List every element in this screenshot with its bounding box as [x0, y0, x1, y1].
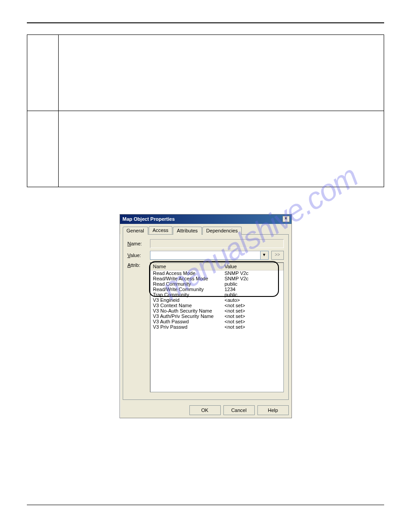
tab-panel-access: Name: Value: ▼ >> Attrib: Name Value — [123, 234, 289, 400]
divider-bottom — [27, 505, 384, 505]
dialog-button-row: OK Cancel Help — [120, 403, 291, 418]
divider-top — [27, 22, 384, 23]
col-name[interactable]: Name — [150, 263, 222, 270]
chevron-down-icon[interactable]: ▼ — [261, 251, 269, 260]
list-item[interactable]: Read/Write Access ModeSNMP V2c — [150, 276, 283, 281]
value-input[interactable] — [150, 251, 261, 260]
go-button[interactable]: >> — [271, 251, 284, 260]
dialog-title: Map Object Properties — [123, 216, 175, 222]
help-button[interactable]: Help — [257, 405, 289, 415]
td-action — [59, 111, 384, 187]
tab-bar: General Access Attributes Dependencies — [120, 224, 291, 234]
list-item[interactable]: Read Access ModeSNMP V2c — [150, 270, 283, 276]
value-dropdown[interactable]: ▼ — [150, 251, 269, 260]
list-item[interactable]: V3 Priv Passwd<not set> — [150, 324, 283, 330]
th-action — [59, 35, 384, 111]
map-object-properties-dialog: Map Object Properties × General Access A… — [120, 214, 292, 418]
label-name: Name: — [128, 241, 150, 246]
tab-attributes[interactable]: Attributes — [173, 227, 201, 235]
list-item[interactable]: V3 Auth/Priv Security Name<not set> — [150, 313, 283, 319]
td-step — [27, 111, 59, 187]
dialog-titlebar[interactable]: Map Object Properties × — [120, 215, 291, 224]
name-field — [150, 239, 284, 248]
list-item[interactable]: Trap Communitypublic — [150, 292, 283, 297]
list-item[interactable]: V3 Auth Passwd<not set> — [150, 319, 283, 324]
tab-access[interactable]: Access — [149, 226, 172, 234]
col-value[interactable]: Value — [222, 263, 283, 270]
tab-general[interactable]: General — [123, 227, 148, 235]
th-step — [27, 35, 59, 111]
tab-dependencies[interactable]: Dependencies — [202, 227, 242, 235]
close-icon[interactable]: × — [283, 216, 290, 222]
ok-button[interactable]: OK — [189, 405, 221, 415]
list-item[interactable]: Read/Write Community1234 — [150, 287, 283, 292]
list-header: Name Value — [150, 263, 283, 270]
list-item[interactable]: V3 Context Name<not set> — [150, 303, 283, 308]
list-item[interactable]: V3 Engineid<auto> — [150, 297, 283, 303]
content-table — [27, 34, 384, 187]
list-item[interactable]: Read Communitypublic — [150, 281, 283, 287]
list-item[interactable]: V3 No-Auth Security Name<not set> — [150, 308, 283, 313]
attrib-listbox[interactable]: Name Value Read Access ModeSNMP V2c Read… — [150, 262, 284, 392]
label-value: Value: — [128, 253, 150, 258]
cancel-button[interactable]: Cancel — [223, 405, 255, 415]
label-attrib: Attrib: — [128, 262, 150, 268]
